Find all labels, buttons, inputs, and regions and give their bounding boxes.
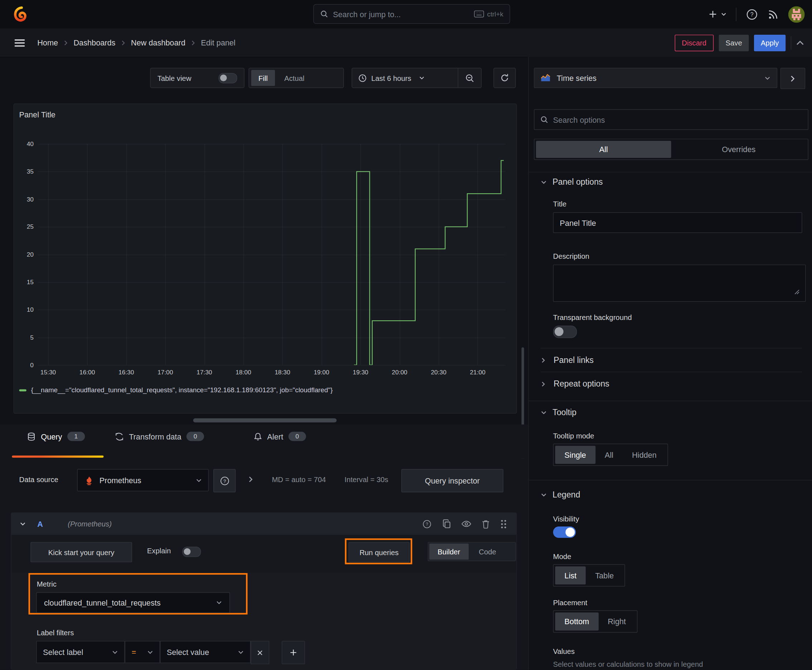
- panel-title-input[interactable]: [553, 212, 802, 233]
- tab-query[interactable]: Query 1: [27, 431, 85, 441]
- chevron-right-icon: [790, 75, 795, 82]
- repeat-options-section[interactable]: Repeat options: [541, 379, 609, 389]
- query-inspector-button[interactable]: Query inspector: [401, 469, 503, 492]
- top-nav-actions: ?: [709, 0, 805, 29]
- query-stats: MD = auto = 704 Interval = 30s: [272, 475, 388, 484]
- close-icon: [257, 650, 263, 656]
- builder-option[interactable]: Builder: [429, 544, 468, 560]
- remove-filter-button[interactable]: [251, 641, 269, 664]
- x-axis-labels: 15:3016:0016:3017:0017:3018:0018:3019:00…: [38, 369, 505, 378]
- add-filter-button[interactable]: [282, 641, 305, 664]
- query-editor-section: Data source Prometheus ? MD = auto = 704…: [0, 459, 528, 670]
- grip-icon: [500, 519, 507, 529]
- tab-overrides[interactable]: Overrides: [671, 140, 807, 158]
- grid-line: [38, 337, 505, 338]
- panel-resize-handle[interactable]: [193, 418, 337, 423]
- tooltip-all-option[interactable]: All: [595, 446, 622, 464]
- duplicate-query-button[interactable]: [442, 519, 451, 529]
- zoom-out-icon: [465, 73, 475, 83]
- toggle-visibility-button[interactable]: [461, 520, 471, 528]
- apply-button[interactable]: Apply: [754, 34, 785, 51]
- panel-preview: Panel Title 0510152025303540 15:3016:001…: [14, 103, 517, 413]
- discard-button[interactable]: Discard: [675, 34, 714, 51]
- legend-placement-switch: Bottom Right: [553, 610, 637, 633]
- options-search-field[interactable]: Search options: [534, 109, 809, 130]
- panel-options-header[interactable]: Panel options: [541, 178, 603, 187]
- save-button[interactable]: Save: [719, 34, 749, 51]
- collapse-options-button[interactable]: [797, 41, 804, 45]
- placement-right-option[interactable]: Right: [598, 612, 635, 631]
- plus-icon: [709, 10, 717, 19]
- breadcrumb-new-dashboard[interactable]: New dashboard: [131, 38, 185, 47]
- legend-item[interactable]: {__name__="cloudflared_tunnel_total_requ…: [19, 386, 333, 394]
- query-row-header[interactable]: A (Prometheus) ?: [12, 513, 516, 535]
- query-help-button[interactable]: ?: [422, 519, 432, 529]
- user-avatar[interactable]: [788, 6, 805, 22]
- breadcrumb-home[interactable]: Home: [37, 38, 58, 47]
- tab-alert[interactable]: Alert 0: [254, 431, 306, 441]
- panel-title: Panel Title: [19, 110, 56, 119]
- table-view-label: Table view: [158, 74, 192, 82]
- grafana-logo[interactable]: [12, 5, 29, 23]
- panel-links-section[interactable]: Panel links: [541, 356, 593, 365]
- table-view-toggle[interactable]: [219, 73, 237, 83]
- delete-query-button[interactable]: [481, 519, 490, 528]
- tooltip-single-option[interactable]: Single: [555, 446, 595, 464]
- chevron-right-icon: [247, 475, 253, 483]
- legend-visibility-label: Visibility: [553, 515, 579, 523]
- tab-transform-data[interactable]: Transform data 0: [115, 431, 204, 441]
- global-search-input[interactable]: Search or jump to... ctrl+k: [313, 4, 510, 24]
- time-range-picker[interactable]: Last 6 hours: [352, 74, 458, 82]
- legend-section-header[interactable]: Legend: [541, 490, 580, 500]
- news-button[interactable]: [768, 8, 779, 20]
- y-tick-label: 40: [27, 140, 34, 147]
- zoom-out-button[interactable]: [458, 68, 481, 88]
- drag-query-handle[interactable]: [500, 519, 507, 529]
- actual-option[interactable]: Actual: [277, 70, 312, 86]
- help-icon: ?: [422, 519, 432, 529]
- placement-bottom-option[interactable]: Bottom: [555, 612, 598, 631]
- tab-all[interactable]: All: [536, 140, 671, 158]
- viz-suggestions-button[interactable]: [780, 68, 805, 89]
- table-view-control: Table view: [150, 68, 244, 88]
- description-textarea[interactable]: [553, 264, 806, 302]
- x-tick-label: 20:00: [386, 369, 413, 376]
- refresh-button[interactable]: [493, 68, 515, 88]
- x-tick-label: 17:30: [191, 369, 218, 376]
- grafana-app: Search or jump to... ctrl+k ?: [0, 0, 812, 670]
- breadcrumb-separator-icon: [120, 40, 125, 45]
- run-queries-button[interactable]: Run queries: [348, 542, 410, 562]
- plus-icon: [290, 648, 298, 656]
- fill-option[interactable]: Fill: [251, 70, 275, 86]
- label-filters-label: Label filters: [37, 628, 74, 637]
- chevron-down-icon: [541, 409, 547, 416]
- select-label-dropdown[interactable]: Select label: [36, 641, 125, 663]
- metric-select[interactable]: cloudflared_tunnel_total_requests: [36, 592, 230, 613]
- operator-dropdown[interactable]: =: [125, 641, 160, 663]
- datasource-picker[interactable]: Prometheus: [77, 469, 209, 491]
- code-option[interactable]: Code: [470, 544, 504, 560]
- grid-line: [322, 144, 322, 365]
- tooltip-hidden-option[interactable]: Hidden: [622, 446, 666, 464]
- chevron-down-icon: [541, 179, 547, 185]
- breadcrumb: Home Dashboards New dashboard Edit panel: [37, 38, 236, 47]
- x-tick-label: 18:00: [230, 369, 257, 376]
- legend-visibility-toggle[interactable]: [553, 526, 576, 538]
- legend-mode-switch: List Table: [553, 564, 625, 587]
- help-button[interactable]: ?: [746, 8, 758, 20]
- legend-list-option[interactable]: List: [555, 566, 586, 584]
- add-new-button[interactable]: [709, 10, 727, 19]
- menu-toggle-button[interactable]: [15, 39, 25, 47]
- tooltip-section-header[interactable]: Tooltip: [541, 408, 576, 417]
- chevron-down-icon[interactable]: [20, 521, 26, 527]
- datasource-help-button[interactable]: ?: [214, 469, 236, 492]
- breadcrumb-dashboards[interactable]: Dashboards: [73, 38, 115, 47]
- divider: [736, 7, 736, 21]
- transparent-background-toggle[interactable]: [553, 326, 577, 338]
- expand-options-button[interactable]: [247, 475, 253, 483]
- select-value-dropdown[interactable]: Select value: [160, 641, 251, 663]
- kick-start-query-button[interactable]: Kick start your query: [31, 542, 132, 562]
- explain-toggle[interactable]: [182, 546, 201, 557]
- visualization-picker[interactable]: Time series: [534, 68, 777, 88]
- legend-table-option[interactable]: Table: [586, 566, 623, 584]
